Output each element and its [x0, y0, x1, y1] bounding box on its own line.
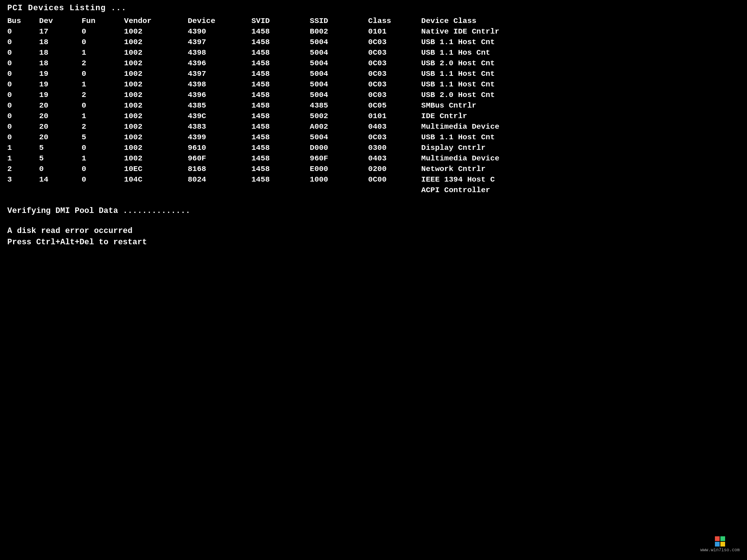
cell-bus: 0 — [7, 69, 39, 79]
cell-svid: 1458 — [251, 69, 310, 79]
cell-dev: 5 — [39, 153, 81, 164]
cell-fun: 1 — [82, 79, 124, 90]
cell-device: 4383 — [188, 121, 252, 132]
cell-ssid: 960F — [310, 153, 368, 164]
cell-device: 9610 — [188, 143, 252, 153]
cell-bus: 0 — [7, 121, 39, 132]
cell-class: 0C03 — [368, 69, 421, 79]
cell-bus: 0 — [7, 37, 39, 47]
cell-devclass: Native IDE Cntrlr — [421, 26, 740, 37]
restart-prompt-line: Press Ctrl+Alt+Del to restart — [7, 238, 740, 247]
cell-devclass: Display Cntrlr — [421, 143, 740, 153]
cell-fun: 0 — [82, 26, 124, 37]
watermark-logo — [715, 536, 725, 547]
cell-vendor: 1002 — [124, 79, 188, 90]
cell-extra-fun — [82, 185, 124, 195]
verifying-dmi-text: Verifying DMI Pool Data .............. — [7, 206, 740, 215]
cell-dev: 18 — [39, 37, 81, 47]
cell-class: 0C03 — [368, 90, 421, 100]
cell-class: 0C03 — [368, 58, 421, 69]
table-row: 150100296101458D0000300Display Cntrlr — [7, 143, 740, 153]
cell-vendor: 1002 — [124, 153, 188, 164]
cell-svid: 1458 — [251, 26, 310, 37]
cell-vendor: 104C — [124, 174, 188, 185]
cell-vendor: 1002 — [124, 90, 188, 100]
cell-extra-svid — [251, 185, 310, 195]
cell-class: 0C00 — [368, 174, 421, 185]
logo-yellow — [720, 542, 725, 547]
cell-bus: 0 — [7, 47, 39, 58]
cell-device: 4396 — [188, 90, 252, 100]
cell-devclass: USB 1.1 Host Cnt — [421, 69, 740, 79]
logo-blue — [715, 542, 720, 547]
cell-device: 960F — [188, 153, 252, 164]
cell-vendor: 1002 — [124, 121, 188, 132]
cell-devclass: USB 1.1 Host Cnt — [421, 79, 740, 90]
cell-vendor: 1002 — [124, 47, 188, 58]
cell-dev: 20 — [39, 132, 81, 143]
cell-ssid: 5004 — [310, 132, 368, 143]
table-row: 019010024397145850040C03USB 1.1 Host Cnt — [7, 69, 740, 79]
cell-ssid: 4385 — [310, 100, 368, 111]
cell-dev: 19 — [39, 79, 81, 90]
cell-extra-devclass: ACPI Controller — [421, 185, 740, 195]
cell-ssid: 5004 — [310, 58, 368, 69]
cell-fun: 0 — [82, 174, 124, 185]
table-header: Bus Dev Fun Vendor Device SVID SSID Clas… — [7, 16, 740, 26]
pci-device-table: Bus Dev Fun Vendor Device SVID SSID Clas… — [7, 16, 740, 195]
cell-svid: 1458 — [251, 132, 310, 143]
cell-bus: 0 — [7, 58, 39, 69]
cell-svid: 1458 — [251, 164, 310, 174]
header-bus: Bus — [7, 16, 39, 26]
cell-fun: 0 — [82, 69, 124, 79]
cell-ssid: 5002 — [310, 111, 368, 121]
disk-error-line: A disk read error occurred — [7, 226, 740, 236]
cell-dev: 19 — [39, 90, 81, 100]
cell-svid: 1458 — [251, 174, 310, 185]
cell-dev: 18 — [39, 58, 81, 69]
cell-fun: 1 — [82, 47, 124, 58]
cell-bus: 0 — [7, 79, 39, 90]
cell-class: 0101 — [368, 26, 421, 37]
cell-vendor: 1002 — [124, 26, 188, 37]
cell-class: 0300 — [368, 143, 421, 153]
cell-bus: 0 — [7, 111, 39, 121]
cell-bus: 1 — [7, 153, 39, 164]
cell-extra-ssid — [310, 185, 368, 195]
logo-green — [720, 536, 725, 541]
cell-device: 8168 — [188, 164, 252, 174]
cell-svid: 1458 — [251, 58, 310, 69]
table-row: 3140104C8024145810000C00IEEE 1394 Host C — [7, 174, 740, 185]
cell-dev: 17 — [39, 26, 81, 37]
cell-vendor: 1002 — [124, 132, 188, 143]
cell-device: 4385 — [188, 100, 252, 111]
cell-fun: 2 — [82, 121, 124, 132]
cell-extra-dev — [39, 185, 81, 195]
cell-dev: 20 — [39, 100, 81, 111]
header-class: Class — [368, 16, 421, 26]
cell-device: 4396 — [188, 58, 252, 69]
cell-fun: 1 — [82, 111, 124, 121]
cell-ssid: B002 — [310, 26, 368, 37]
cell-vendor: 1002 — [124, 100, 188, 111]
cell-class: 0403 — [368, 121, 421, 132]
cell-devclass: USB 1.1 Host Cnt — [421, 37, 740, 47]
cell-devclass: USB 1.1 Hos Cnt — [421, 47, 740, 58]
cell-bus: 2 — [7, 164, 39, 174]
table-row: 020510024399145850040C03USB 1.1 Host Cnt — [7, 132, 740, 143]
cell-svid: 1458 — [251, 90, 310, 100]
cell-fun: 0 — [82, 37, 124, 47]
cell-device: 4399 — [188, 132, 252, 143]
cell-vendor: 1002 — [124, 143, 188, 153]
cell-device: 4397 — [188, 69, 252, 79]
logo-red — [715, 536, 720, 541]
cell-svid: 1458 — [251, 143, 310, 153]
cell-extra-vendor — [124, 185, 188, 195]
cell-dev: 5 — [39, 143, 81, 153]
cell-extra-device — [188, 185, 252, 195]
cell-svid: 1458 — [251, 79, 310, 90]
header-devclass: Device Class — [421, 16, 740, 26]
cell-class: 0C05 — [368, 100, 421, 111]
cell-class: 0C03 — [368, 47, 421, 58]
cell-svid: 1458 — [251, 100, 310, 111]
